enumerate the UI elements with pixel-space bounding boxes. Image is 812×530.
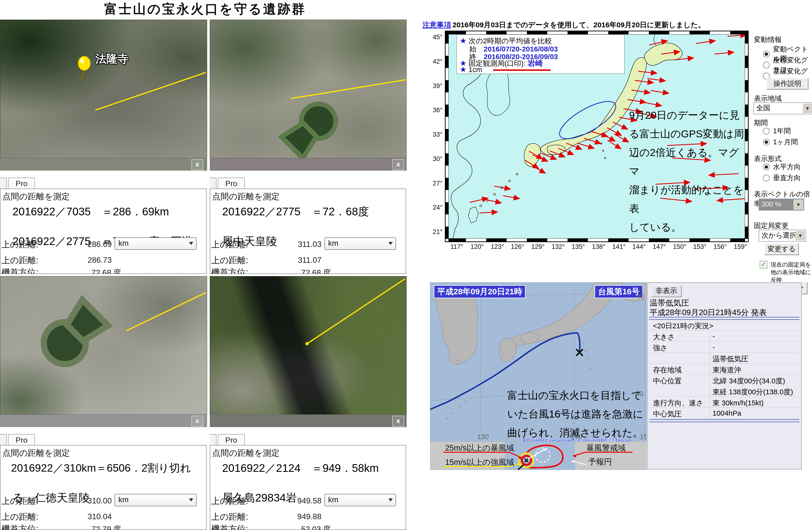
satellite-image-nintoku[interactable] [0, 276, 207, 415]
center-x-mark [524, 458, 528, 462]
unit-select[interactable]: km [324, 238, 396, 250]
vector-scale-select[interactable]: 300 %▼ [759, 199, 804, 211]
row-label: 中心気圧 [653, 409, 682, 419]
quadrant-richu: x Pro 点間の距離を測定 2016922／2775 ＝72．68度 履中天皇… [210, 19, 407, 274]
column-divider [710, 330, 710, 418]
radio-icon[interactable] [763, 164, 770, 170]
map-frame-left [445, 31, 449, 242]
lon-tick: 159° [730, 243, 751, 250]
measure-panel: 点間の距離を測定 2016922／2124 ＝949．58km 屋久島29834… [210, 445, 406, 530]
reflect-checkbox-label: 現在の固定局を 他の表示地域に反映 [771, 261, 812, 284]
notice-text: 2016年09月03日までのデータを使用して、2016年09月20日に更新しまし… [452, 20, 705, 30]
measurement-line-overlay [0, 20, 207, 158]
yellow-measurement-line [292, 80, 406, 98]
reflect-checkbox-row[interactable]: ✓ 現在の固定局を 他の表示地域に反映 [759, 261, 812, 284]
lon-tick: 144° [628, 243, 650, 250]
radio-icon[interactable] [763, 175, 770, 181]
lat-tick: 21° [423, 228, 443, 236]
satellite-image-horyuji[interactable]: 法隆寺 [0, 19, 207, 158]
measure-panel: 点間の距離を測定 2016922／2775 ＝72．68度 履中天皇陵 上の距離… [210, 188, 406, 274]
overlay-strip: x [0, 158, 207, 171]
measure-calc-line1: 2016922／310km＝6506．2割り切れ [11, 461, 191, 475]
fixed-station-select[interactable]: 次から選択▼ [759, 230, 806, 242]
measure-calc-line1: 2016922／2775 ＝72．68度 [222, 204, 369, 219]
vector-info-label: 変動情報 [754, 35, 782, 44]
heading-value: 72.68 度 [210, 268, 331, 274]
ground-distance-value: 286.69 [0, 240, 112, 249]
tab-pro[interactable]: Pro [218, 177, 245, 189]
satellite-image-yakushima[interactable] [210, 276, 407, 415]
ground-distance-value: 949.58 [210, 496, 321, 505]
measure-heading: 点間の距離を測定 [2, 191, 70, 202]
chevron-down-icon [189, 242, 193, 245]
lon-tick: 156° [709, 243, 731, 250]
unit-select[interactable]: km [115, 494, 197, 506]
unit-select[interactable]: km [324, 494, 396, 506]
quadrant-horyuji: 法隆寺 x Pro 点間の距離を測定 2016922／7035 ＝286．69k… [0, 19, 207, 274]
lat-tick: 33° [423, 131, 443, 138]
star-icon: ★ [460, 37, 467, 45]
warning-area-label: 暴風警戒域 [586, 443, 626, 454]
close-icon[interactable]: x [392, 416, 404, 427]
measure-panel: 点間の距離を測定 2016922／7035 ＝286．69km 2016922／… [0, 188, 207, 274]
row-value: 北緯 34度00分(34.0度) [712, 376, 785, 386]
tab-pro[interactable]: Pro [218, 434, 245, 446]
notice-link[interactable]: 注意事項 [422, 20, 451, 30]
close-icon[interactable]: x [392, 159, 404, 170]
row-value: 東海道沖 [712, 365, 741, 375]
row-value: - [712, 332, 715, 340]
strong-wind-area-label: 15m/s以上の強風域 [445, 457, 514, 468]
kofun-keyhole-shape [35, 298, 110, 373]
page-title: 富士山の宝永火口を守る遺跡群 [104, 0, 306, 18]
radio-period-1year[interactable]: 1年間 [763, 126, 791, 136]
tab-pro[interactable]: Pro [8, 434, 35, 446]
measure-heading: 点間の距離を測定 [212, 447, 280, 459]
tab-stub[interactable] [0, 434, 7, 446]
radio-vertical[interactable]: 垂直方向 [763, 173, 801, 183]
hide-button[interactable]: 非表示 [651, 285, 682, 297]
lat-tick: 30° [423, 155, 443, 163]
radio-icon[interactable] [763, 139, 770, 145]
tab-stub[interactable] [0, 177, 7, 189]
radio-icon[interactable] [763, 128, 770, 134]
lat-tick: 36° [423, 106, 443, 114]
lon-tick: 120° [466, 243, 488, 250]
measure-calc-line1: 2016922／2124 ＝949．58km [222, 461, 379, 476]
row-label: 大きさ [653, 332, 675, 342]
region-select[interactable]: 全国▼ [753, 102, 812, 114]
yellow-measurement-line [307, 279, 405, 344]
satellite-image-richu[interactable] [210, 19, 407, 158]
forecast-circle-label: 予報円 [588, 457, 612, 467]
help-button[interactable]: 操作説明 [766, 78, 808, 89]
row-value: 温帯低気圧 [712, 354, 749, 364]
gps-vector-map[interactable]: ★ 次の2時期の平均値を比較 始 2016/07/20-2016/08/03 終… [445, 31, 748, 242]
typhoon-data-table: <20日21時の実況> 大きさ- 強さ- 温帯低気圧 存在地域東海道沖 中心位置… [649, 319, 799, 418]
close-icon[interactable]: x [191, 416, 203, 427]
radio-horizontal[interactable]: 水平方向 [763, 162, 801, 172]
tab-stub[interactable] [210, 434, 216, 446]
fixed-station-label: 固定局変更 [754, 221, 788, 231]
pushpin-icon[interactable] [78, 56, 90, 80]
tab-pro[interactable]: Pro [8, 177, 35, 189]
datetime-tag: 平成28年09月20日21時 [434, 285, 526, 298]
row-value: 東 30km/h(15kt) [712, 398, 764, 408]
chevron-down-icon [388, 498, 393, 502]
radio-period-1month[interactable]: 1ヶ月間 [763, 137, 798, 147]
unit-select[interactable]: km [115, 238, 197, 250]
lon-tick: 126° [507, 243, 528, 250]
surface-distance-value: 310.04 [0, 512, 112, 521]
kofun-keyhole-shape [280, 97, 343, 158]
storm-area-label: 25m/s以上の暴風域 [445, 443, 514, 454]
lon-tick: 117° [446, 243, 468, 250]
checkbox-checked-icon[interactable]: ✓ [759, 261, 767, 269]
close-icon[interactable]: x [191, 159, 203, 170]
measure-panel: 点間の距離を測定 2016922／310km＝6506．2割り切れ る 仁徳天皇… [0, 445, 207, 530]
tab-stub[interactable] [210, 177, 216, 189]
lat-tick: 27° [423, 180, 443, 187]
lat-label: 30 [636, 390, 643, 398]
chevron-down-icon [189, 498, 193, 502]
change-button[interactable]: 変更する [764, 243, 799, 255]
row-value: - [712, 343, 715, 351]
yellow-measurement-line [96, 72, 205, 110]
legend-compare-label: 次の2時期の平均値を比較 [468, 37, 552, 45]
